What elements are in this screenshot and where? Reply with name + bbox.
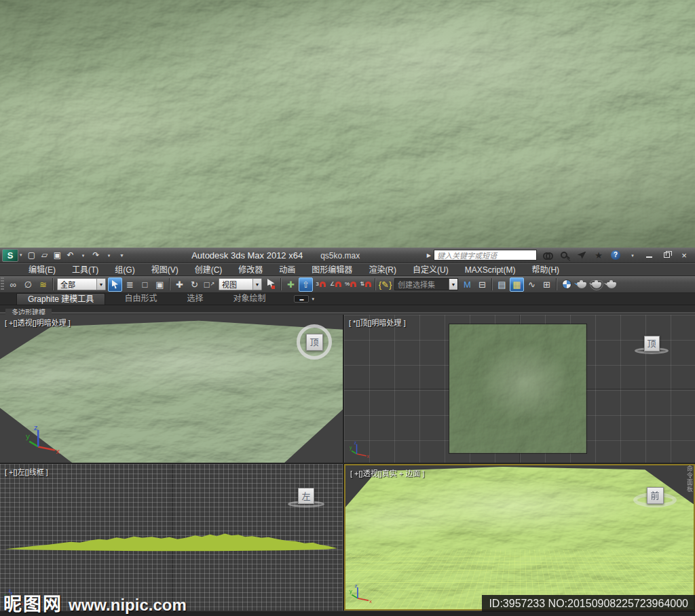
ribbon-tab-0[interactable]: Graphite 建模工具 bbox=[16, 293, 105, 305]
select-and-link-icon[interactable]: ∞ bbox=[6, 277, 20, 292]
close-button[interactable]: × bbox=[679, 250, 690, 261]
mirror-button[interactable]: M bbox=[460, 277, 474, 292]
infocenter-icons: ★ ? ▾ bbox=[542, 250, 638, 261]
rendered-frame-button[interactable] bbox=[589, 277, 603, 292]
menu-item-3[interactable]: 视图(V) bbox=[143, 264, 187, 276]
open-file-icon[interactable]: ▱ bbox=[39, 250, 50, 261]
ribbon-minimize-control[interactable]: ▬▾ bbox=[294, 293, 314, 305]
ribbon-tab-3[interactable]: 对象绘制 bbox=[222, 293, 276, 305]
undo-icon[interactable]: ↶ bbox=[65, 250, 76, 261]
select-rotate-button[interactable]: ↻ bbox=[187, 277, 202, 292]
axis-tripod bbox=[26, 422, 61, 457]
save-file-icon[interactable]: ▣ bbox=[52, 250, 63, 261]
curve-editor-button[interactable]: ∿ bbox=[525, 277, 539, 292]
percent-snap-button[interactable]: % bbox=[343, 277, 358, 292]
menu-item-4[interactable]: 创建(C) bbox=[187, 264, 231, 276]
viewport-label[interactable]: [ +[]透视[]真实 + 边面 ] bbox=[350, 467, 424, 478]
viewport-label[interactable]: [ +[]左[]线框 ] bbox=[5, 466, 48, 477]
ribbon-tab-1[interactable]: 自由形式 bbox=[113, 293, 168, 305]
material-editor-button[interactable] bbox=[559, 277, 574, 292]
command-panel-collapsed-tab[interactable]: 命令面板 bbox=[685, 465, 694, 493]
viewport-perspective-realistic-active[interactable]: [ +[]透视[]真实 + 边面 ] 前 bbox=[344, 464, 695, 611]
graphite-ribbon-toggle[interactable]: ▦ bbox=[510, 277, 524, 292]
menu-item-9[interactable]: 自定义(U) bbox=[405, 264, 457, 276]
help-button[interactable]: ? bbox=[610, 250, 621, 261]
menu-item-8[interactable]: 渲染(R) bbox=[360, 264, 405, 276]
unlink-selection-icon[interactable]: ∅ bbox=[21, 277, 35, 292]
viewport-perspective-shaded[interactable]: [ +[]透视[]明暗处理 ] 顶 bbox=[0, 315, 343, 463]
menu-item-5[interactable]: 修改器 bbox=[230, 264, 271, 276]
select-object-button[interactable] bbox=[108, 277, 122, 292]
ribbon-tab-2[interactable]: 选择 bbox=[176, 293, 214, 305]
search-icon[interactable] bbox=[542, 250, 553, 261]
viewcube-face[interactable]: 前 bbox=[647, 487, 664, 504]
viewport-label[interactable]: [ +[]透视[]明暗处理 ] bbox=[5, 317, 71, 328]
render-production-button[interactable] bbox=[604, 277, 618, 292]
menu-item-0[interactable]: 编辑(E) bbox=[20, 264, 64, 276]
viewcube[interactable]: 顶 bbox=[295, 323, 333, 361]
toolbar-separator bbox=[169, 278, 170, 290]
layer-manager-button[interactable]: ▤ bbox=[495, 277, 509, 292]
viewport-left-wireframe[interactable]: [ +[]左[]线框 ] 左 bbox=[0, 464, 343, 611]
viewcube[interactable]: 前 bbox=[631, 476, 679, 514]
snaps-crosshair-button[interactable]: ✚ bbox=[284, 277, 298, 292]
align-button[interactable]: ⊟ bbox=[475, 277, 489, 292]
menu-item-11[interactable]: 帮助(H) bbox=[523, 264, 567, 276]
help-dropdown-arrow-icon[interactable]: ▾ bbox=[627, 250, 638, 261]
viewcube[interactable]: 顶 bbox=[633, 328, 671, 358]
infocenter-search-input[interactable]: 键入关键字或短语 bbox=[434, 250, 537, 261]
new-scene-icon[interactable]: ▢ bbox=[26, 250, 37, 261]
cursor-arrow-icon bbox=[267, 279, 275, 288]
keyboard-override-toggle[interactable]: ⇧ bbox=[299, 277, 313, 292]
app-menu-arrow-icon[interactable]: ▾ bbox=[20, 252, 22, 258]
rect-selection-region-button[interactable]: □ bbox=[138, 277, 152, 292]
chevron-down-icon[interactable]: ▼ bbox=[252, 279, 261, 290]
qat-flyout-icon[interactable]: ▼ bbox=[117, 250, 128, 261]
favorites-button[interactable]: ★ bbox=[593, 250, 604, 261]
menu-item-7[interactable]: 图形编辑器 bbox=[303, 264, 360, 276]
magnet-icon bbox=[350, 282, 356, 287]
redo-dropdown-icon[interactable]: ▾ bbox=[104, 250, 115, 261]
key-icon bbox=[560, 251, 569, 260]
chevron-down-icon[interactable]: ▼ bbox=[449, 279, 457, 290]
select-manipulate-button[interactable] bbox=[264, 277, 278, 292]
terrain-top-view bbox=[449, 324, 586, 453]
menu-item-10[interactable]: MAXScript(M) bbox=[457, 264, 524, 276]
snap-3d-button[interactable]: 3 bbox=[314, 277, 328, 292]
viewport-top-shaded[interactable]: [ *[]顶[]明暗处理 ] 顶 bbox=[344, 315, 695, 463]
named-sets-field[interactable]: 创建选择集▼ bbox=[394, 278, 458, 290]
viewcube-face[interactable]: 顶 bbox=[644, 336, 660, 351]
edit-named-sets-button[interactable]: {✎} bbox=[378, 277, 392, 292]
communication-center-icon[interactable] bbox=[576, 250, 587, 261]
watermark-site-url: www.nipic.com bbox=[69, 596, 187, 615]
select-scale-button[interactable]: □↗ bbox=[202, 277, 217, 292]
selection-filter-dropdown[interactable]: 全部▼ bbox=[57, 278, 106, 290]
viewcube-face[interactable]: 左 bbox=[298, 488, 314, 504]
viewport-label[interactable]: [ *[]顶[]明暗处理 ] bbox=[349, 317, 406, 328]
redo-icon[interactable]: ↷ bbox=[91, 250, 102, 261]
reference-coordinate-dropdown[interactable]: 视图▼ bbox=[219, 278, 262, 290]
angle-snap-button[interactable]: ∠ bbox=[328, 277, 343, 292]
menu-item-2[interactable]: 组(G) bbox=[107, 264, 143, 276]
app-logo-icon[interactable]: S bbox=[2, 249, 18, 262]
menu-item-6[interactable]: 动画 bbox=[271, 264, 303, 276]
viewcube-face[interactable]: 顶 bbox=[306, 334, 323, 351]
restore-button[interactable] bbox=[661, 250, 672, 261]
toolbar-drag-handle[interactable] bbox=[1, 277, 4, 291]
bind-to-space-warp-icon[interactable]: ≋ bbox=[36, 277, 50, 292]
search-flyout-arrow-icon[interactable]: ▶ bbox=[427, 252, 431, 258]
render-setup-button[interactable] bbox=[574, 277, 588, 292]
chevron-down-icon[interactable]: ▼ bbox=[96, 279, 105, 290]
minimize-button[interactable] bbox=[643, 250, 654, 261]
schematic-view-button[interactable]: ⊞ bbox=[540, 277, 554, 292]
undo-dropdown-icon[interactable]: ▾ bbox=[78, 250, 89, 261]
spinner-snap-button[interactable]: ⇅ bbox=[358, 277, 373, 292]
restore-icon bbox=[664, 252, 670, 258]
3dsmax-window: z x y S ▾ ▢▱▣↶▾↷▾▼ Autodesk 3 bbox=[0, 0, 695, 616]
window-crossing-button[interactable]: ▣ bbox=[153, 277, 167, 292]
select-by-name-button[interactable]: ≣ bbox=[123, 277, 137, 292]
subscription-key-icon[interactable] bbox=[559, 250, 570, 261]
viewcube[interactable]: 左 bbox=[287, 480, 325, 512]
menu-item-1[interactable]: 工具(T) bbox=[64, 264, 107, 276]
select-move-button[interactable]: ✚ bbox=[172, 277, 187, 292]
